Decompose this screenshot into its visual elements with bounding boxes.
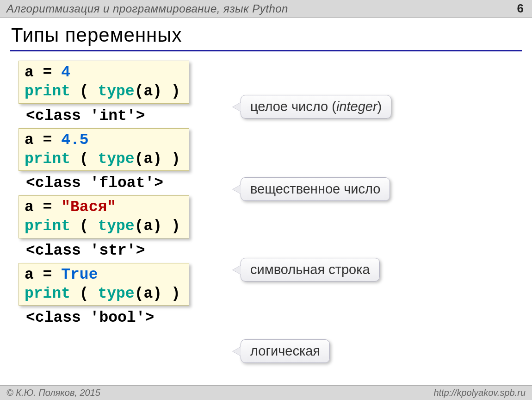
- page-title: Типы переменных: [0, 18, 532, 50]
- footer: © К.Ю. Поляков, 2015 http://kpolyakov.sp…: [0, 385, 532, 400]
- subject-title: Алгоритмизация и программирование, язык …: [6, 2, 288, 15]
- callout-label: вещественное число: [241, 177, 390, 201]
- footer-url: http://kpolyakov.spb.ru: [433, 388, 526, 398]
- code-block: a = 4 print ( type(a) ): [19, 61, 189, 104]
- content-area: a = 4 print ( type(a) )<class 'int'>цело…: [0, 58, 532, 326]
- code-block: a = "Вася" print ( type(a) ): [19, 195, 189, 238]
- code-output: <class 'bool'>: [26, 309, 518, 326]
- callout-label: логическая: [241, 339, 330, 363]
- page-number: 6: [517, 1, 524, 16]
- title-rule: [10, 50, 522, 51]
- footer-copyright: © К.Ю. Поляков, 2015: [6, 388, 100, 398]
- code-block: a = 4.5 print ( type(a) ): [19, 128, 189, 171]
- topbar: Алгоритмизация и программирование, язык …: [0, 0, 532, 18]
- code-block: a = True print ( type(a) ): [19, 263, 189, 306]
- callout-label: символьная строка: [241, 258, 380, 281]
- callout-label: целое число (integer): [241, 95, 391, 119]
- code-output: <class 'str'>: [26, 242, 518, 259]
